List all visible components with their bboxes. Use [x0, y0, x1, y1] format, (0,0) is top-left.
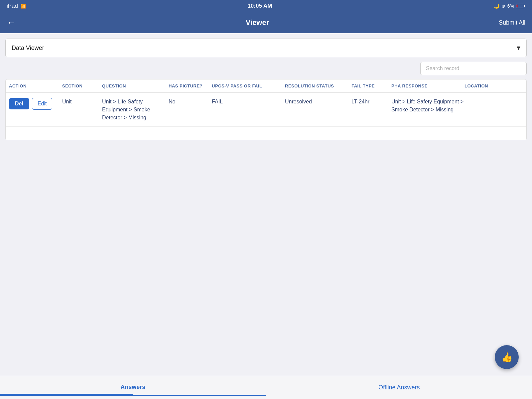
submit-all-button[interactable]: Submit All — [499, 19, 525, 26]
thumbs-up-icon: 👍 — [501, 352, 513, 363]
question-cell: Unit > Life Safety Equipment > Smoke Det… — [102, 98, 169, 122]
status-bar: iPad 10:05 AM 🌙 ⊕ 6% — [0, 0, 532, 12]
back-button[interactable]: ← — [7, 17, 16, 28]
battery-icon — [516, 4, 525, 8]
status-bar-left: iPad — [7, 3, 26, 9]
main-content: Data Viewer ▾ ACTION SECTION QUESTION HA… — [0, 33, 532, 146]
resolution-cell: Unresolved — [285, 98, 351, 106]
search-input[interactable] — [420, 62, 527, 75]
col-header-location: LOCATION — [465, 83, 504, 88]
delete-button[interactable]: Del — [9, 98, 29, 109]
svg-rect-2 — [517, 5, 518, 8]
col-header-question: QUESTION — [102, 83, 169, 88]
moon-icon: 🌙 — [494, 3, 499, 9]
status-bar-right: 🌙 ⊕ 6% — [494, 3, 525, 9]
col-header-pha-response: PHA RESPONSE — [391, 83, 465, 88]
col-header-upcsv: UPCS-V PASS OR FAIL — [212, 83, 285, 88]
col-header-section: SECTION — [62, 83, 102, 88]
status-bar-time: 10:05 AM — [247, 3, 272, 9]
col-header-resolution: RESOLUTION STATUS — [285, 83, 351, 88]
chevron-down-icon: ▾ — [517, 44, 520, 52]
pha-response-cell: Unit > Life Safety Equipment > Smoke Det… — [391, 98, 465, 114]
action-cell: Del Edit — [9, 98, 62, 110]
dropdown-selected-label: Data Viewer — [12, 45, 44, 52]
col-header-action: ACTION — [9, 83, 62, 88]
upcsv-cell: FAIL — [212, 98, 285, 106]
active-tab-indicator — [0, 394, 133, 395]
device-name: iPad — [7, 3, 18, 9]
col-header-fail-type: FAIL TYPE — [351, 83, 391, 88]
nav-bar: ← Viewer Submit All — [0, 12, 532, 33]
tab-answers[interactable]: Answers — [0, 380, 266, 396]
data-viewer-dropdown[interactable]: Data Viewer ▾ — [5, 39, 527, 57]
wifi-icon — [21, 3, 26, 9]
fail-type-cell: LT-24hr — [351, 98, 391, 106]
table-header-row: ACTION SECTION QUESTION HAS PICTURE? UPC… — [6, 79, 526, 93]
battery-percent: 6% — [507, 3, 514, 9]
svg-rect-1 — [524, 5, 525, 7]
col-header-has-picture: HAS PICTURE? — [169, 83, 212, 88]
tab-offline-answers[interactable]: Offline Answers — [266, 380, 532, 395]
section-cell: Unit — [62, 98, 102, 106]
table-row: Del Edit Unit Unit > Life Safety Equipme… — [6, 93, 526, 127]
has-picture-cell: No — [169, 98, 212, 106]
fab-button[interactable]: 👍 — [495, 345, 519, 369]
search-row — [5, 62, 527, 75]
screen-lock-icon: ⊕ — [501, 3, 505, 9]
edit-button[interactable]: Edit — [32, 98, 53, 110]
bottom-tab-bar: Answers Offline Answers — [0, 376, 532, 399]
data-table: ACTION SECTION QUESTION HAS PICTURE? UPC… — [5, 79, 527, 140]
empty-row — [6, 127, 526, 140]
nav-title: Viewer — [246, 18, 269, 27]
